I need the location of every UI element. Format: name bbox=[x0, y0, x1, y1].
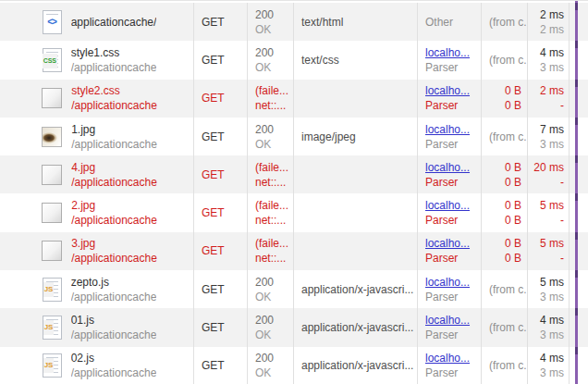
method-cell: GET bbox=[193, 232, 247, 270]
waterfall-bar bbox=[575, 80, 578, 87]
time-value: 7 ms bbox=[540, 122, 564, 137]
time-cell: 5 ms 3 ms bbox=[527, 270, 569, 308]
waterfall-bar bbox=[575, 118, 578, 125]
request-name: 02.js bbox=[71, 351, 157, 365]
file-type-badge: <> bbox=[43, 15, 61, 30]
status-cell: 200 OK bbox=[247, 308, 293, 346]
table-row[interactable]: 3.jpg /applicationcache GET (faile... ne… bbox=[0, 232, 588, 270]
size-content: 0 B bbox=[505, 213, 521, 228]
status-text: OK bbox=[255, 365, 289, 380]
status-code: 200 bbox=[255, 275, 289, 290]
status-code: 200 bbox=[255, 45, 289, 60]
size-content: 0 B bbox=[505, 175, 521, 190]
size-cell: (from c.. bbox=[481, 3, 527, 41]
initiator-link[interactable]: localho... bbox=[425, 83, 477, 98]
initiator-link[interactable]: localho... bbox=[425, 313, 477, 328]
initiator-source: Parser bbox=[425, 290, 477, 304]
type-cell bbox=[293, 80, 417, 118]
table-row[interactable]: JS 01.js /applicationcache GET 200 OK ap… bbox=[0, 308, 588, 346]
table-row[interactable]: <> applicationcache/ GET 200 OK text/htm… bbox=[0, 3, 588, 41]
file-type-badge: JS bbox=[43, 282, 55, 297]
time-value: 4 ms bbox=[540, 45, 564, 60]
method-value: GET bbox=[202, 282, 243, 297]
type-value: image/jpeg bbox=[301, 130, 413, 144]
table-row[interactable]: JS 02.js /applicationcache GET 200 OK ap… bbox=[0, 347, 588, 384]
initiator-link[interactable]: localho... bbox=[425, 198, 477, 213]
table-row[interactable]: style2.css /applicationcache GET (faile.… bbox=[0, 80, 588, 118]
method-cell: GET bbox=[193, 118, 247, 155]
request-name: style2.css bbox=[71, 83, 157, 98]
size-cell: (from c.. bbox=[481, 308, 527, 346]
table-row[interactable]: 4.jpg /applicationcache GET (faile... ne… bbox=[0, 155, 588, 193]
initiator-link[interactable]: localho... bbox=[425, 275, 477, 290]
initiator-link[interactable]: localho... bbox=[425, 236, 477, 251]
type-cell bbox=[293, 232, 417, 270]
request-name: 1.jpg bbox=[71, 122, 157, 137]
status-cell: (faile... net::... bbox=[247, 155, 293, 193]
image-file-icon bbox=[42, 127, 62, 147]
request-name: zepto.js bbox=[71, 275, 157, 290]
time-cell: 2 ms 2 ms bbox=[527, 3, 569, 41]
initiator-source: Parser bbox=[425, 328, 477, 342]
table-row[interactable]: 1.jpg /applicationcache GET 200 OK image… bbox=[0, 118, 588, 155]
status-text: OK bbox=[255, 137, 289, 152]
waterfall-event-line bbox=[575, 1, 578, 384]
status-code: 200 bbox=[255, 122, 289, 137]
file-type-badge: JS bbox=[43, 358, 55, 373]
request-name: 2.jpg bbox=[71, 198, 157, 213]
size-cell: (from c.. bbox=[481, 118, 527, 155]
status-code: 200 bbox=[255, 313, 289, 328]
type-value: text/html bbox=[301, 15, 413, 30]
initiator-cell: localho... Parser bbox=[417, 232, 481, 270]
method-value: GET bbox=[202, 320, 243, 335]
status-code: 200 bbox=[255, 351, 289, 365]
request-path: /applicationcache bbox=[71, 251, 157, 266]
waterfall-cell bbox=[569, 118, 588, 155]
status-text: OK bbox=[255, 328, 289, 342]
status-code: (faile... bbox=[255, 198, 289, 213]
request-path: /applicationcache bbox=[71, 175, 157, 190]
status-cell: 200 OK bbox=[247, 41, 293, 79]
type-cell: text/html bbox=[293, 3, 417, 41]
time-cell: 2 ms - bbox=[527, 80, 569, 118]
table-row[interactable]: CSS style1.css /applicationcache GET 200… bbox=[0, 41, 588, 79]
initiator-link[interactable]: localho... bbox=[425, 351, 477, 365]
initiator-link[interactable]: localho... bbox=[425, 122, 477, 137]
time-cell: 5 ms - bbox=[527, 193, 569, 231]
initiator-cell: Other bbox=[417, 3, 481, 41]
size-value: (from c.. bbox=[489, 53, 521, 68]
type-cell: application/x-javascri... bbox=[293, 270, 417, 308]
initiator-source: Parser bbox=[425, 98, 477, 113]
waterfall-cell bbox=[569, 155, 588, 193]
size-cell: 0 B 0 B bbox=[481, 155, 527, 193]
name-cell: CSS style1.css /applicationcache bbox=[0, 41, 193, 79]
request-name: 01.js bbox=[71, 313, 157, 328]
size-content: 0 B bbox=[505, 98, 521, 113]
name-cell: 1.jpg /applicationcache bbox=[0, 118, 193, 155]
time-value: 5 ms bbox=[540, 236, 564, 251]
js-file-icon: JS bbox=[43, 316, 62, 340]
type-cell: application/x-javascri... bbox=[293, 347, 417, 384]
table-row[interactable]: JS zepto.js /applicationcache GET 200 OK… bbox=[0, 270, 588, 308]
type-value: text/css bbox=[301, 53, 413, 68]
type-value: application/x-javascri... bbox=[301, 358, 413, 373]
waterfall-cell bbox=[569, 41, 588, 79]
time-latency: 3 ms bbox=[540, 137, 564, 152]
status-cell: 200 OK bbox=[247, 347, 293, 384]
initiator-cell: localho... Parser bbox=[417, 270, 481, 308]
name-cell: 4.jpg /applicationcache bbox=[0, 155, 193, 193]
file-type-badge: JS bbox=[43, 320, 55, 335]
method-value: GET bbox=[202, 243, 243, 258]
table-row[interactable]: 2.jpg /applicationcache GET (faile... ne… bbox=[0, 193, 588, 231]
initiator-link[interactable]: localho... bbox=[425, 160, 477, 175]
initiator-source: Parser bbox=[425, 213, 477, 228]
time-cell: 4 ms 3 ms bbox=[527, 41, 569, 79]
request-path: /applicationcache bbox=[71, 98, 157, 113]
js-file-icon: JS bbox=[43, 353, 62, 378]
status-text: net::... bbox=[255, 98, 289, 113]
initiator-link[interactable]: localho... bbox=[425, 45, 477, 60]
time-cell: 7 ms 3 ms bbox=[527, 118, 569, 155]
initiator-link: Other bbox=[425, 15, 477, 30]
type-cell bbox=[293, 193, 417, 231]
initiator-source: Parser bbox=[425, 60, 477, 75]
